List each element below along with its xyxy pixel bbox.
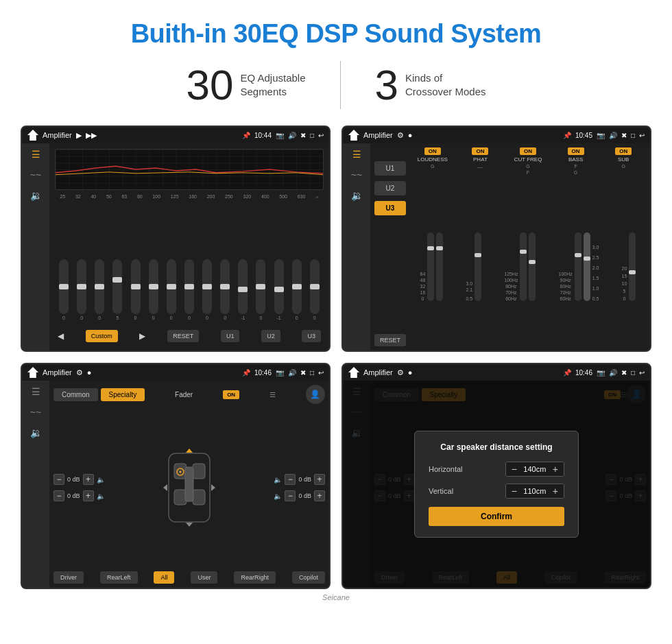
eq-slider-12[interactable]: -1 <box>274 259 284 320</box>
loudness-on-badge[interactable]: ON <box>424 147 441 155</box>
fader-main: Common Specialty Fader ON ☰ 👤 − 0 dB <box>49 381 329 588</box>
driver-btn[interactable]: Driver <box>53 571 84 584</box>
crossover-reset-btn[interactable]: RESET <box>374 334 406 346</box>
eq-slider-13[interactable]: 0 <box>292 259 302 320</box>
eq-slider-9[interactable]: 0 <box>220 259 230 320</box>
channel-sub: ON SUB G <box>606 147 640 169</box>
settings-icon-tr: ⚙ <box>397 131 404 140</box>
common-mode-btn[interactable]: Common <box>53 388 98 401</box>
home-icon[interactable] <box>27 130 38 141</box>
eq-slider-10[interactable]: -1 <box>238 259 248 320</box>
eq-slider-7[interactable]: 0 <box>184 259 194 320</box>
x-icon-br: ✖ <box>621 369 627 377</box>
cutfreq-slider-2[interactable] <box>529 232 536 301</box>
rearright-btn[interactable]: RearRight <box>234 571 276 584</box>
rl-minus-btn[interactable]: − <box>53 490 64 501</box>
bass-slider-1[interactable] <box>575 232 581 301</box>
custom-btn[interactable]: Custom <box>86 330 118 342</box>
home-icon-bl[interactable] <box>27 367 38 378</box>
all-btn[interactable]: All <box>154 571 174 584</box>
horizontal-plus-btn[interactable]: + <box>551 464 560 475</box>
eq-slider-14[interactable]: 0 <box>310 259 320 320</box>
sidebar-eq-icon[interactable]: ☰ <box>32 149 40 160</box>
fr-minus-btn[interactable]: − <box>285 474 296 485</box>
location-icon-tr: 📌 <box>563 132 571 139</box>
u3-btn-tl[interactable]: U3 <box>302 330 321 342</box>
vertical-value: 110cm <box>521 487 549 495</box>
distance-dialog: Car speaker distance setting Horizontal … <box>414 431 579 538</box>
eq-slider-11[interactable]: 0 <box>256 259 265 320</box>
sidebar-vol-icon-bl[interactable]: 🔉 <box>30 427 42 438</box>
distance-dialog-overlay: Car speaker distance setting Horizontal … <box>343 381 650 588</box>
back-icon-br: ↩ <box>639 369 645 377</box>
fr-plus-btn[interactable]: + <box>314 474 325 485</box>
prev-arrow[interactable]: ◀ <box>58 331 64 341</box>
rl-plus-btn[interactable]: + <box>83 490 94 501</box>
horizontal-input[interactable]: − 140cm + <box>505 462 564 477</box>
next-arrow[interactable]: ▶ <box>139 331 145 341</box>
sidebar-wave-icon[interactable]: ~~ <box>30 169 41 180</box>
eq-number: 30 <box>186 64 233 106</box>
eq-slider-4[interactable]: 0 <box>131 259 141 320</box>
u1-btn-tl[interactable]: U1 <box>221 330 240 342</box>
dialog-title: Car speaker distance setting <box>429 442 564 452</box>
loudness-slider-2[interactable] <box>436 232 443 301</box>
vertical-minus-btn[interactable]: − <box>510 486 518 497</box>
sidebar-wave-icon-tr[interactable]: ~~ <box>351 169 362 180</box>
user-btn[interactable]: User <box>191 571 217 584</box>
rr-plus-btn[interactable]: + <box>314 490 325 501</box>
sidebar-eq-icon-bl[interactable]: ☰ <box>32 386 40 397</box>
eq-slider-6[interactable]: 0 <box>167 259 176 320</box>
home-icon-tr[interactable] <box>348 130 359 141</box>
fader-top: Common Specialty Fader ON ☰ 👤 <box>53 385 325 404</box>
eq-slider-0[interactable]: 0 <box>59 259 69 320</box>
sub-slider[interactable] <box>629 232 636 301</box>
copilot-btn[interactable]: Copilot <box>292 571 325 584</box>
eq-slider-1[interactable]: 0 <box>77 259 86 320</box>
time-tl: 10:44 <box>254 132 272 139</box>
bass-slider-2[interactable] <box>584 232 590 301</box>
camera-icon-br: 📷 <box>597 369 605 377</box>
sidebar-eq-icon-tr[interactable]: ☰ <box>352 149 361 160</box>
u3-preset-btn[interactable]: U3 <box>374 201 406 215</box>
vertical-plus-btn[interactable]: + <box>551 486 560 497</box>
u2-btn-tl[interactable]: U2 <box>261 330 280 342</box>
vertical-label: Vertical <box>429 487 470 495</box>
u1-preset-btn[interactable]: U1 <box>374 161 406 176</box>
cutfreq-slider-1[interactable] <box>520 232 527 301</box>
home-icon-br[interactable] <box>348 367 359 378</box>
phat-on-badge[interactable]: ON <box>472 147 488 155</box>
horizontal-minus-btn[interactable]: − <box>510 464 518 475</box>
crossover-label: Kinds ofCrossover Modes <box>405 71 486 99</box>
x-icon-tr: ✖ <box>621 132 627 139</box>
eq-slider-8[interactable]: 0 <box>202 259 212 320</box>
u2-preset-btn[interactable]: U2 <box>374 181 406 195</box>
specialty-mode-btn[interactable]: Specialty <box>101 388 145 401</box>
loudness-slider[interactable] <box>427 232 434 301</box>
app-title-tr: Amplifier <box>363 131 393 139</box>
sidebar-wave-icon-bl[interactable]: ~~ <box>30 407 41 418</box>
cutfreq-on-badge[interactable]: ON <box>520 147 536 155</box>
phat-slider[interactable] <box>475 232 481 301</box>
rearleft-btn[interactable]: RearLeft <box>100 571 138 584</box>
reset-btn-tl[interactable]: RESET <box>167 330 199 342</box>
back-icon-bl: ↩ <box>318 369 324 377</box>
fl-plus-btn[interactable]: + <box>83 474 94 485</box>
app-title-bl: Amplifier <box>43 368 72 377</box>
crossover-main: U1 U2 U3 RESET ON LOUDNESS G <box>370 143 650 350</box>
bass-on-badge[interactable]: ON <box>568 147 584 155</box>
eq-slider-2[interactable]: 0 <box>95 259 104 320</box>
eq-slider-3[interactable]: 5 <box>112 259 122 320</box>
sub-on-badge[interactable]: ON <box>615 147 632 155</box>
fl-minus-btn[interactable]: − <box>53 474 64 485</box>
rr-minus-btn[interactable]: − <box>285 490 296 501</box>
sidebar-vol-icon-tr[interactable]: 🔉 <box>351 190 363 201</box>
screens-grid: Amplifier ▶ ▶▶ 📌 10:44 📷 🔊 ✖ □ ↩ ☰ ~~ 🔉 <box>0 126 672 589</box>
confirm-button[interactable]: Confirm <box>429 507 564 526</box>
settings-icon-br: ⚙ <box>397 368 404 377</box>
eq-slider-5[interactable]: 0 <box>149 259 158 320</box>
sidebar-vol-icon[interactable]: 🔉 <box>30 190 42 201</box>
eq-sliders: 0 0 0 5 0 <box>55 206 324 323</box>
fader-on-toggle[interactable]: ON <box>223 390 239 399</box>
vertical-input[interactable]: − 110cm + <box>505 484 564 499</box>
